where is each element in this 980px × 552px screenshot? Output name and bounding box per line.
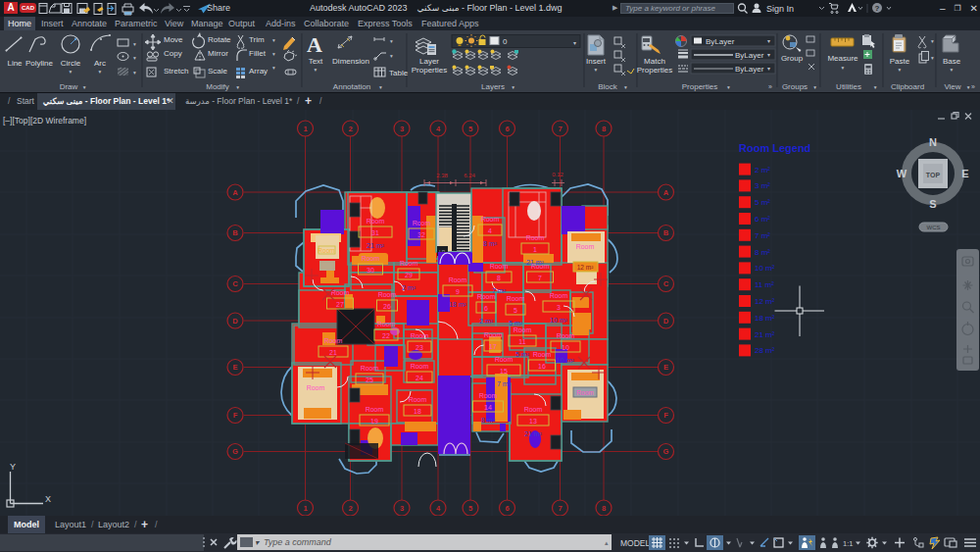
svg-text:Room: Room (378, 291, 397, 298)
svg-text:10 m²: 10 m² (755, 264, 775, 273)
svg-text:WCS: WCS (927, 225, 941, 230)
svg-text:7: 7 (558, 125, 562, 133)
svg-text:6: 6 (505, 125, 509, 133)
svg-text:▾: ▾ (272, 37, 275, 43)
svg-text:A: A (307, 32, 322, 57)
svg-text:E: E (961, 168, 968, 179)
svg-text:B: B (232, 228, 238, 237)
svg-text:Room: Room (367, 218, 385, 225)
svg-text:▾: ▾ (133, 55, 136, 61)
svg-text:30: 30 (367, 267, 374, 274)
svg-text:Mirror: Mirror (208, 49, 228, 58)
svg-text:Block: Block (598, 82, 618, 91)
svg-text:3: 3 (400, 125, 404, 133)
svg-text:27: 27 (336, 301, 344, 308)
svg-text:E: E (663, 363, 668, 372)
svg-text:View: View (944, 82, 960, 91)
svg-text:26: 26 (383, 303, 391, 310)
svg-text:5 m²: 5 m² (515, 351, 530, 358)
svg-text:0: 0 (503, 37, 508, 46)
svg-text:Room: Room (576, 389, 593, 396)
svg-text:F: F (663, 411, 668, 420)
svg-text:Properties: Properties (412, 66, 447, 75)
svg-text:▾: ▾ (133, 41, 136, 47)
svg-text:▾: ▾ (379, 84, 382, 90)
svg-text:▾: ▾ (931, 55, 934, 61)
svg-text:Room: Room (533, 351, 552, 358)
svg-text:14: 14 (484, 404, 492, 411)
svg-text:Groups: Groups (782, 82, 808, 91)
svg-text:▾: ▾ (390, 53, 393, 59)
svg-text:Room: Room (477, 293, 496, 300)
svg-text:Properties: Properties (682, 82, 717, 91)
svg-text:5: 5 (468, 125, 472, 133)
svg-text:E: E (232, 363, 237, 372)
svg-text:2: 2 (348, 125, 352, 133)
svg-text:1: 1 (533, 246, 537, 253)
svg-text:A: A (663, 188, 669, 197)
svg-text:B: B (663, 228, 669, 237)
svg-text:7: 7 (558, 504, 562, 513)
svg-text:Y: Y (10, 462, 16, 472)
svg-text:32: 32 (417, 231, 425, 238)
svg-text:Room: Room (362, 255, 380, 262)
svg-text:N: N (929, 136, 937, 148)
svg-text:Rotate: Rotate (208, 35, 231, 44)
svg-text:10 m²: 10 m² (557, 357, 575, 364)
svg-text:Room: Room (366, 406, 384, 413)
svg-text:5 m²: 5 m² (755, 198, 770, 207)
svg-text:6.24: 6.24 (464, 173, 475, 178)
svg-text:Utilities: Utilities (836, 82, 861, 91)
svg-text:2.38: 2.38 (436, 173, 448, 178)
svg-text:▾: ▾ (70, 69, 73, 75)
svg-text:▾: ▾ (767, 38, 770, 44)
svg-text:Room: Room (526, 234, 545, 241)
svg-text:Room Legend: Room Legend (739, 142, 810, 154)
svg-text:Table: Table (389, 69, 409, 77)
svg-text:9: 9 (456, 288, 460, 295)
svg-text:▾: ▾ (390, 38, 393, 44)
svg-text:Room: Room (524, 406, 543, 413)
svg-text:TOP: TOP (926, 172, 941, 178)
svg-text:Room: Room (514, 326, 532, 333)
svg-text:Room: Room (377, 321, 396, 327)
svg-text:▾: ▾ (133, 70, 136, 75)
svg-text:Room: Room (361, 365, 379, 372)
svg-text:G: G (663, 447, 669, 456)
svg-text:1: 1 (303, 125, 307, 133)
svg-text:24: 24 (416, 375, 423, 381)
svg-text:X: X (45, 494, 51, 504)
svg-text:7 m²: 7 m² (755, 231, 770, 240)
svg-text:Room: Room (550, 292, 568, 299)
svg-text:Polyline: Polyline (25, 59, 54, 68)
svg-text:23: 23 (416, 344, 423, 351)
svg-text:S: S (929, 198, 936, 210)
svg-text:▾: ▾ (99, 69, 102, 75)
svg-text:0.12: 0.12 (552, 172, 564, 177)
svg-text:Trim: Trim (249, 35, 265, 44)
svg-text:▾: ▾ (874, 84, 877, 90)
svg-text:21: 21 (329, 349, 337, 356)
svg-text:8: 8 (602, 504, 606, 513)
svg-text:Layers: Layers (481, 82, 505, 91)
svg-text:C: C (232, 279, 238, 288)
svg-text:Move: Move (164, 35, 183, 44)
svg-text:Room: Room (557, 332, 575, 339)
svg-text:2 m²: 2 m² (402, 284, 416, 291)
svg-text:▾: ▾ (272, 51, 275, 57)
svg-text:21 m²: 21 m² (755, 330, 775, 339)
svg-text:▾: ▾ (813, 84, 816, 90)
svg-text:6 m²: 6 m² (755, 215, 770, 224)
svg-text:Scale: Scale (208, 67, 228, 75)
svg-text:Draw: Draw (60, 82, 78, 91)
svg-text:Room: Room (490, 263, 509, 270)
svg-text:22: 22 (382, 332, 390, 339)
svg-text:12 m²: 12 m² (577, 264, 594, 271)
svg-text:Stretch: Stretch (164, 67, 188, 75)
svg-text:D: D (663, 317, 669, 326)
svg-text:Room: Room (318, 247, 334, 254)
svg-text:Paste: Paste (890, 57, 910, 66)
svg-text:D: D (232, 317, 238, 326)
svg-text:18 m²: 18 m² (449, 301, 467, 308)
svg-text:▾: ▾ (767, 52, 770, 58)
